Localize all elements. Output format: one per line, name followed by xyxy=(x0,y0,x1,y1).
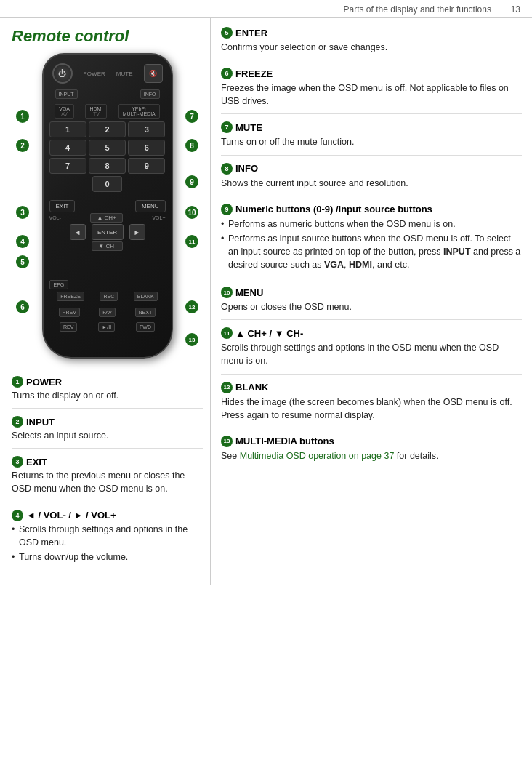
right-desc-heading-mute: 7 MUTE xyxy=(221,121,522,133)
remote-freeze-rec-blank-row: FREEZE REC BLANK xyxy=(49,292,166,301)
right-desc-text-blank: Hides the image (the screen becomes blan… xyxy=(221,396,522,422)
remote-btn-5: 5 xyxy=(89,140,126,156)
remote-btn-0: 0 xyxy=(92,176,121,192)
badge-6: 6 xyxy=(16,300,29,313)
right-desc-heading-numeric: 9 Numeric buttons (0-9) /Input source bu… xyxy=(221,204,522,215)
right-desc-item-enter: 5 ENTER Confirms your selection or save … xyxy=(221,27,522,60)
desc-item-input: 2 INPUT Selects an input source. xyxy=(12,416,203,449)
remote-freeze-button: FREEZE xyxy=(57,292,84,301)
right-desc-text-enter: Confirms your selection or save changes. xyxy=(221,41,522,54)
badge-4: 4 xyxy=(16,235,29,248)
right-desc-item-info: 8 INFO Shows the current input source an… xyxy=(221,163,522,196)
badge-8: 8 xyxy=(185,139,198,152)
badge-9: 9 xyxy=(185,175,198,188)
right-desc-heading-menu: 10 MENU xyxy=(221,287,522,298)
remote-hdmi-button: HDMITV xyxy=(85,104,107,119)
remote-inner: ⏻ POWER MUTE 🔇 INPUT INFO VGAAV HDMITV Y… xyxy=(42,53,173,359)
page-header: Parts of the display and their functions… xyxy=(0,0,532,18)
remote-ch-down-row: ▼ CH- xyxy=(49,241,166,251)
remote-btn-2: 2 xyxy=(89,121,126,137)
right-desc-heading-multimedia: 13 MULTI-MEDIA buttons xyxy=(221,436,522,447)
remote-mute-button: 🔇 xyxy=(144,64,163,83)
right-desc-item-mute: 7 MUTE Turns on or off the mute function… xyxy=(221,121,522,155)
badge-11: 11 xyxy=(185,235,198,248)
badge-1: 1 xyxy=(16,110,29,123)
desc-text-exit: Returns to the previous menu or closes t… xyxy=(12,469,203,495)
right-desc-text-mute: Turns on or off the mute function. xyxy=(221,135,522,148)
desc-item-vol: 4 ◄ / VOL- / ► / VOL+ Scrolls through se… xyxy=(12,510,203,571)
header-title: Parts of the display and their functions xyxy=(344,4,491,15)
remote-ypbpr-button: YPbPrMULTI-MEDIA xyxy=(118,104,160,119)
multimedia-link[interactable]: Multimedia OSD operation on page 37 xyxy=(240,451,395,461)
badge-7: 7 xyxy=(185,110,198,123)
numeric-bullet-2: Performs as input source buttons when th… xyxy=(221,232,522,271)
remote-btn-3: 3 xyxy=(128,121,165,137)
badge-3: 3 xyxy=(16,206,29,219)
remote-input-button: INPUT xyxy=(55,89,78,99)
remote-blank-button: BLANK xyxy=(134,292,158,301)
remote-cross-area: VOL- ▲ CH+ VOL+ ◄ ENTER ► ▼ CH- xyxy=(49,213,166,251)
remote-fav-button: FAV xyxy=(99,308,116,317)
remote-btn-6: 6 xyxy=(128,140,165,156)
remote-input-info-row: INPUT INFO xyxy=(55,89,160,99)
desc-heading-vol: 4 ◄ / VOL- / ► / VOL+ xyxy=(12,510,203,521)
remote-btn-8: 8 xyxy=(89,158,126,174)
right-desc-text-info: Shows the current input source and resol… xyxy=(221,177,522,190)
badge-12: 12 xyxy=(185,300,198,313)
remote-num-rows: 1 2 3 4 5 6 7 8 9 xyxy=(49,121,166,174)
right-desc-heading-blank: 12 BLANK xyxy=(221,382,522,393)
remote-mute-label: MUTE xyxy=(116,71,133,77)
remote-vol-ch-row: VOL- ▲ CH+ VOL+ xyxy=(49,213,166,223)
remote-rev-play-fwd-row: REV ►/II FWD xyxy=(49,322,166,332)
desc-vol-bullet-2: Turns down/up the volume. xyxy=(12,550,203,564)
remote-left-button: ◄ xyxy=(70,224,86,240)
remote-btn-1: 1 xyxy=(49,121,86,137)
remote-menu-button: MENU xyxy=(135,200,166,212)
right-desc-item-menu: 10 MENU Opens or closes the OSD menu. xyxy=(221,287,522,320)
desc-vol-bullet-1: Scrolls through settings and options in … xyxy=(12,523,203,549)
right-desc-item-blank: 12 BLANK Hides the image (the screen bec… xyxy=(221,382,522,428)
right-desc-item-multimedia: 13 MULTI-MEDIA buttons See Multimedia OS… xyxy=(221,436,522,468)
remote-right-button: ► xyxy=(129,224,145,240)
remote-cross-mid: ◄ ENTER ► xyxy=(70,224,145,240)
numeric-bullet-1: Performs as numeric buttons when the OSD… xyxy=(221,217,522,231)
remote-fwd-button: FWD xyxy=(136,322,155,332)
remote-zero-row: 0 xyxy=(49,176,166,192)
remote-btn-7: 7 xyxy=(49,158,86,174)
desc-heading-input: 2 INPUT xyxy=(12,416,203,428)
remote-epg-button: EPG xyxy=(49,280,69,289)
right-desc-item-numeric: 9 Numeric buttons (0-9) /Input source bu… xyxy=(221,204,522,280)
right-column: 5 ENTER Confirms your selection or save … xyxy=(211,18,532,585)
right-desc-heading-enter: 5 ENTER xyxy=(221,27,522,39)
remote-next-button: NEXT xyxy=(135,308,156,317)
remote-power-row: ⏻ POWER MUTE 🔇 xyxy=(52,63,163,84)
remote-epg-row: EPG xyxy=(49,280,166,289)
desc-item-power: 1 POWER Turns the display on or off. xyxy=(12,376,203,409)
right-desc-item-freeze: 6 FREEZE Freezes the image when the OSD … xyxy=(221,68,522,114)
remote-ch-down-button: ▼ CH- xyxy=(92,241,122,251)
right-desc-text-numeric: Performs as numeric buttons when the OSD… xyxy=(221,217,522,272)
right-desc-heading-info: 8 INFO xyxy=(221,163,522,175)
remote-image: 1 2 3 4 5 6 7 8 9 10 11 12 13 xyxy=(15,53,200,366)
remote-btn-4: 4 xyxy=(49,140,86,156)
right-desc-text-freeze: Freezes the image when the OSD menu is o… xyxy=(221,81,522,108)
remote-play-button: ►/II xyxy=(98,322,115,332)
right-desc-text-chplus: Scrolls through settings and options in … xyxy=(221,341,522,367)
right-desc-item-chplus: 11 ▲ CH+ / ▼ CH- Scrolls through setting… xyxy=(221,327,522,374)
page-number: 13 xyxy=(511,4,520,15)
desc-heading-power: 1 POWER xyxy=(12,376,203,388)
badge-2: 2 xyxy=(16,139,29,152)
right-desc-text-menu: Opens or closes the OSD menu. xyxy=(221,300,522,313)
remote-info-button: INFO xyxy=(140,89,160,99)
remote-vga-button: VGAAV xyxy=(55,104,74,119)
remote-source-row: VGAAV HDMITV YPbPrMULTI-MEDIA xyxy=(49,104,166,119)
badge-13: 13 xyxy=(185,333,198,346)
remote-exit-menu-row: EXIT MENU xyxy=(49,200,166,212)
badge-5: 5 xyxy=(16,255,29,268)
right-desc-text-multimedia: See Multimedia OSD operation on page 37 … xyxy=(221,449,522,462)
badge-10: 10 xyxy=(185,206,198,219)
left-column: Remote control 1 2 3 4 5 6 7 8 9 10 11 xyxy=(0,18,211,585)
desc-text-power: Turns the display on or off. xyxy=(12,389,203,402)
remote-prev-fav-next-row: PREV FAV NEXT xyxy=(49,308,166,317)
remote-btn-9: 9 xyxy=(128,158,165,174)
